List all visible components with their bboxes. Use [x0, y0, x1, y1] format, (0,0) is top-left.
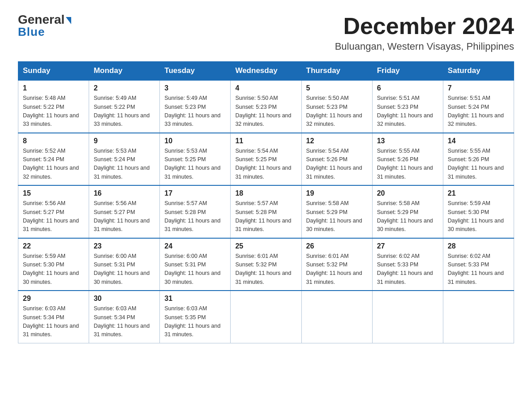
calendar-cell: 12Sunrise: 5:54 AMSunset: 5:26 PMDayligh… — [301, 133, 372, 186]
day-number: 28 — [448, 242, 509, 250]
day-info: Sunrise: 6:02 AMSunset: 5:33 PMDaylight:… — [448, 252, 509, 287]
day-number: 31 — [164, 295, 226, 303]
day-number: 6 — [377, 84, 438, 92]
day-number: 7 — [448, 84, 509, 92]
day-number: 18 — [235, 189, 296, 197]
day-info: Sunrise: 6:03 AMSunset: 5:35 PMDaylight:… — [164, 304, 226, 339]
day-info: Sunrise: 6:03 AMSunset: 5:34 PMDaylight:… — [94, 304, 155, 339]
calendar-cell: 9Sunrise: 5:53 AMSunset: 5:24 PMDaylight… — [89, 133, 160, 186]
day-info: Sunrise: 5:53 AMSunset: 5:24 PMDaylight:… — [94, 147, 155, 182]
day-info: Sunrise: 5:55 AMSunset: 5:26 PMDaylight:… — [448, 147, 509, 182]
calendar-cell: 23Sunrise: 6:00 AMSunset: 5:31 PMDayligh… — [89, 238, 160, 291]
calendar-cell: 27Sunrise: 6:02 AMSunset: 5:33 PMDayligh… — [372, 238, 443, 291]
calendar-cell — [372, 291, 443, 343]
day-number: 24 — [164, 242, 226, 250]
calendar-week-3: 15Sunrise: 5:56 AMSunset: 5:27 PMDayligh… — [18, 185, 514, 238]
day-info: Sunrise: 6:03 AMSunset: 5:34 PMDaylight:… — [23, 304, 84, 339]
calendar-cell: 20Sunrise: 5:58 AMSunset: 5:29 PMDayligh… — [372, 185, 443, 238]
calendar-week-4: 22Sunrise: 5:59 AMSunset: 5:30 PMDayligh… — [18, 238, 514, 291]
calendar-cell: 3Sunrise: 5:49 AMSunset: 5:23 PMDaylight… — [160, 80, 231, 133]
calendar-cell: 11Sunrise: 5:54 AMSunset: 5:25 PMDayligh… — [231, 133, 301, 186]
weekday-header-tuesday: Tuesday — [160, 62, 231, 81]
weekday-header-saturday: Saturday — [443, 62, 514, 81]
calendar-cell: 18Sunrise: 5:57 AMSunset: 5:28 PMDayligh… — [231, 185, 301, 238]
day-info: Sunrise: 5:54 AMSunset: 5:25 PMDaylight:… — [235, 147, 296, 182]
weekday-header-wednesday: Wednesday — [231, 62, 301, 81]
calendar-cell — [231, 291, 301, 343]
calendar-cell: 29Sunrise: 6:03 AMSunset: 5:34 PMDayligh… — [18, 291, 89, 343]
day-number: 9 — [94, 137, 155, 145]
day-info: Sunrise: 6:00 AMSunset: 5:31 PMDaylight:… — [164, 252, 226, 287]
page-header: General Blue December 2024 Buluangan, We… — [18, 13, 514, 52]
day-info: Sunrise: 5:51 AMSunset: 5:24 PMDaylight:… — [448, 94, 509, 129]
calendar-cell — [301, 291, 372, 343]
day-info: Sunrise: 5:59 AMSunset: 5:30 PMDaylight:… — [448, 199, 509, 234]
day-number: 27 — [377, 242, 438, 250]
day-info: Sunrise: 5:50 AMSunset: 5:23 PMDaylight:… — [235, 94, 296, 129]
day-info: Sunrise: 5:52 AMSunset: 5:24 PMDaylight:… — [23, 147, 84, 182]
calendar-cell: 15Sunrise: 5:56 AMSunset: 5:27 PMDayligh… — [18, 185, 89, 238]
logo: General Blue — [18, 13, 71, 39]
day-info: Sunrise: 5:49 AMSunset: 5:23 PMDaylight:… — [164, 94, 226, 129]
day-info: Sunrise: 5:55 AMSunset: 5:26 PMDaylight:… — [377, 147, 438, 182]
logo-general: General — [18, 13, 71, 26]
calendar-cell: 28Sunrise: 6:02 AMSunset: 5:33 PMDayligh… — [443, 238, 514, 291]
calendar-cell: 31Sunrise: 6:03 AMSunset: 5:35 PMDayligh… — [160, 291, 231, 343]
day-number: 2 — [94, 84, 155, 92]
day-info: Sunrise: 6:00 AMSunset: 5:31 PMDaylight:… — [94, 252, 155, 287]
day-info: Sunrise: 6:02 AMSunset: 5:33 PMDaylight:… — [377, 252, 438, 287]
calendar-cell: 8Sunrise: 5:52 AMSunset: 5:24 PMDaylight… — [18, 133, 89, 186]
calendar-cell: 6Sunrise: 5:51 AMSunset: 5:23 PMDaylight… — [372, 80, 443, 133]
day-number: 20 — [377, 189, 438, 197]
day-info: Sunrise: 5:59 AMSunset: 5:30 PMDaylight:… — [23, 252, 84, 287]
calendar-week-1: 1Sunrise: 5:48 AMSunset: 5:22 PMDaylight… — [18, 80, 514, 133]
location-title: Buluangan, Western Visayas, Philippines — [335, 41, 514, 52]
weekday-header-sunday: Sunday — [18, 62, 89, 81]
day-number: 4 — [235, 84, 296, 92]
day-number: 12 — [306, 137, 368, 145]
day-info: Sunrise: 5:58 AMSunset: 5:29 PMDaylight:… — [306, 199, 368, 234]
calendar-cell: 14Sunrise: 5:55 AMSunset: 5:26 PMDayligh… — [443, 133, 514, 186]
day-number: 1 — [23, 84, 84, 92]
day-number: 10 — [164, 137, 226, 145]
day-number: 21 — [448, 189, 509, 197]
day-info: Sunrise: 5:57 AMSunset: 5:28 PMDaylight:… — [235, 199, 296, 234]
weekday-header-monday: Monday — [89, 62, 160, 81]
logo-blue: Blue — [18, 25, 45, 39]
day-number: 23 — [94, 242, 155, 250]
day-number: 22 — [23, 242, 84, 250]
calendar-week-2: 8Sunrise: 5:52 AMSunset: 5:24 PMDaylight… — [18, 133, 514, 186]
calendar-cell: 30Sunrise: 6:03 AMSunset: 5:34 PMDayligh… — [89, 291, 160, 343]
day-number: 3 — [164, 84, 226, 92]
calendar-cell: 10Sunrise: 5:53 AMSunset: 5:25 PMDayligh… — [160, 133, 231, 186]
calendar-cell: 24Sunrise: 6:00 AMSunset: 5:31 PMDayligh… — [160, 238, 231, 291]
calendar-cell: 13Sunrise: 5:55 AMSunset: 5:26 PMDayligh… — [372, 133, 443, 186]
day-info: Sunrise: 5:51 AMSunset: 5:23 PMDaylight:… — [377, 94, 438, 129]
day-number: 29 — [23, 295, 84, 303]
day-info: Sunrise: 6:01 AMSunset: 5:32 PMDaylight:… — [235, 252, 296, 287]
day-info: Sunrise: 5:58 AMSunset: 5:29 PMDaylight:… — [377, 199, 438, 234]
calendar-cell: 2Sunrise: 5:49 AMSunset: 5:22 PMDaylight… — [89, 80, 160, 133]
calendar-cell: 19Sunrise: 5:58 AMSunset: 5:29 PMDayligh… — [301, 185, 372, 238]
day-info: Sunrise: 5:56 AMSunset: 5:27 PMDaylight:… — [94, 199, 155, 234]
calendar-cell: 1Sunrise: 5:48 AMSunset: 5:22 PMDaylight… — [18, 80, 89, 133]
day-number: 8 — [23, 137, 84, 145]
calendar-cell: 7Sunrise: 5:51 AMSunset: 5:24 PMDaylight… — [443, 80, 514, 133]
day-info: Sunrise: 6:01 AMSunset: 5:32 PMDaylight:… — [306, 252, 368, 287]
day-info: Sunrise: 5:49 AMSunset: 5:22 PMDaylight:… — [94, 94, 155, 129]
month-title: December 2024 — [335, 13, 514, 39]
calendar-week-5: 29Sunrise: 6:03 AMSunset: 5:34 PMDayligh… — [18, 291, 514, 343]
calendar-cell: 25Sunrise: 6:01 AMSunset: 5:32 PMDayligh… — [231, 238, 301, 291]
day-number: 11 — [235, 137, 296, 145]
day-number: 15 — [23, 189, 84, 197]
calendar-cell: 26Sunrise: 6:01 AMSunset: 5:32 PMDayligh… — [301, 238, 372, 291]
calendar-cell: 4Sunrise: 5:50 AMSunset: 5:23 PMDaylight… — [231, 80, 301, 133]
weekday-header-row: SundayMondayTuesdayWednesdayThursdayFrid… — [18, 62, 514, 81]
calendar-cell: 5Sunrise: 5:50 AMSunset: 5:23 PMDaylight… — [301, 80, 372, 133]
day-number: 26 — [306, 242, 368, 250]
calendar-cell: 17Sunrise: 5:57 AMSunset: 5:28 PMDayligh… — [160, 185, 231, 238]
day-number: 5 — [306, 84, 368, 92]
day-info: Sunrise: 5:53 AMSunset: 5:25 PMDaylight:… — [164, 147, 226, 182]
day-info: Sunrise: 5:54 AMSunset: 5:26 PMDaylight:… — [306, 147, 368, 182]
calendar-cell: 21Sunrise: 5:59 AMSunset: 5:30 PMDayligh… — [443, 185, 514, 238]
